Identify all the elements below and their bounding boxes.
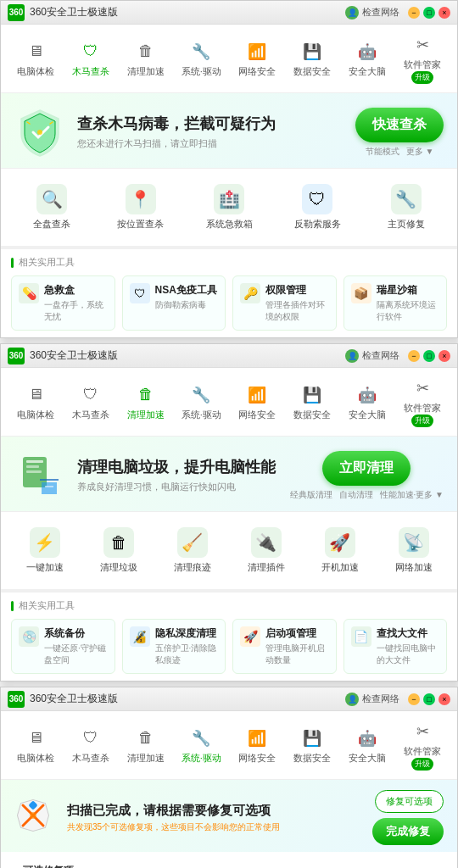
scan-actions: 修复可选项 完成修复	[372, 790, 444, 845]
quick-scan-btn[interactable]: 快速查杀	[355, 108, 444, 142]
nav-clean-3[interactable]: 🗑 清理加速	[119, 723, 174, 768]
hero-section-2: 清理电脑垃圾，提升电脑性能 养成良好清理习惯，电脑运行快如闪电 立即清理 经典版…	[1, 437, 457, 511]
nav-system-1[interactable]: 🔧 系统·驱动	[174, 36, 229, 81]
nav-network-2[interactable]: 📶 网络安全	[229, 380, 284, 425]
quick-startup-boost[interactable]: 🚀 开机加速	[303, 520, 377, 581]
navbar-2: 🖥 电脑体检 🛡 木马查杀 🗑 清理加速 🔧 系统·驱动 📶 网络安全 💾 数据…	[1, 368, 457, 437]
privacy-content: 隐私深度清理 五倍护卫·清除隐私痕迹	[155, 626, 219, 666]
nav-clean-2[interactable]: 🗑 清理加速	[119, 380, 174, 425]
nav-pc-check-1[interactable]: 🖥 电脑体检	[8, 36, 63, 81]
software-icon-2: ✂	[411, 376, 434, 400]
maximize-btn-1[interactable]: □	[423, 7, 435, 19]
network-icon-2: 📶	[245, 383, 269, 407]
close-btn-3[interactable]: ×	[438, 693, 450, 705]
startup-name: 启动项管理	[265, 626, 329, 641]
tool-sandbox[interactable]: 📦 瑞星沙箱 隔离系统环境运行软件	[344, 275, 448, 331]
hero-subtitle-2: 养成良好清理习惯，电脑运行快如闪电	[77, 481, 290, 493]
user-area-1[interactable]: 👤 检查网络	[345, 6, 399, 19]
tool-startup[interactable]: 🚀 启动项管理 管理电脑开机启动数量	[232, 619, 337, 674]
nav-system-3[interactable]: 🔧 系统·驱动	[174, 723, 229, 768]
close-btn-2[interactable]: ×	[438, 350, 450, 362]
quick-homepage[interactable]: 🔧 主页修复	[362, 177, 450, 237]
quick-clean-plugins[interactable]: 🔌 清理插件	[229, 520, 303, 581]
nav-ai-1[interactable]: 🤖 安全大脑	[340, 36, 395, 81]
rescue-kit-icon: 💊	[19, 283, 39, 303]
minimize-btn-1[interactable]: −	[408, 7, 420, 19]
network-boost-icon: 📡	[399, 527, 429, 558]
user-area-2[interactable]: 👤 检查网络	[345, 349, 399, 363]
clean-icon-2: 🗑	[134, 383, 158, 407]
nav-label-pc-3: 电脑体检	[17, 752, 54, 765]
quick-full-scan[interactable]: 🔍 全盘查杀	[8, 177, 96, 237]
startup-boost-label: 开机加速	[321, 561, 359, 574]
nav-ai-2[interactable]: 🤖 安全大脑	[340, 380, 395, 425]
quick-ransomware[interactable]: 🛡 反勒索服务	[273, 177, 361, 237]
clean-traces-label: 清理痕迹	[174, 561, 211, 574]
nav-data-2[interactable]: 💾 数据安全	[284, 380, 339, 425]
window-trojan: 360 360安全卫士极速版 👤 检查网络 − □ × 🖥 电脑体检 🛡 木马查…	[0, 0, 458, 338]
maximize-btn-3[interactable]: □	[423, 693, 435, 705]
permissions-content: 权限管理 管理各插件对环境的权限	[265, 283, 329, 323]
quick-rescue[interactable]: 🏥 系统急救箱	[185, 177, 273, 237]
nav-software-1[interactable]: ✂ 软件管家 升级	[395, 30, 450, 87]
nav-ai-3[interactable]: 🤖 安全大脑	[340, 723, 395, 768]
option-more[interactable]: 更多 ▼	[406, 146, 434, 158]
trojan-icon-1: 🛡	[79, 40, 103, 64]
app-logo-3: 360	[8, 691, 25, 708]
nav-trojan-1[interactable]: 🛡 木马查杀	[63, 36, 118, 81]
nav-pc-check-3[interactable]: 🖥 电脑体检	[8, 723, 63, 768]
nav-data-1[interactable]: 💾 数据安全	[284, 36, 339, 81]
quick-grid-1: 🔍 全盘查杀 📍 按位置查杀 🏥 系统急救箱 🛡 反勒索服务 🔧 主页修复	[1, 168, 457, 246]
tool-nsa[interactable]: 🛡 NSA免疫工具 防御勒索病毒	[122, 275, 226, 331]
tool-permissions[interactable]: 🔑 权限管理 管理各插件对环境的权限	[232, 275, 337, 331]
full-scan-icon: 🔍	[36, 184, 67, 214]
minimize-btn-3[interactable]: −	[408, 693, 420, 705]
option-power-save[interactable]: 节能模式	[366, 146, 399, 158]
close-btn-1[interactable]: ×	[438, 7, 450, 19]
tool-large-file[interactable]: 📄 查找大文件 一键找回电脑中的大文件	[344, 619, 448, 674]
app-logo-1: 360	[8, 4, 25, 21]
sandbox-icon: 📦	[351, 283, 371, 303]
nsa-content: NSA免疫工具 防御勒索病毒	[155, 283, 219, 311]
nav-clean-1[interactable]: 🗑 清理加速	[119, 36, 174, 81]
nav-label-network-2: 网络安全	[238, 409, 276, 421]
nav-pc-check-2[interactable]: 🖥 电脑体检	[8, 380, 63, 425]
nav-label-data-1: 数据安全	[293, 65, 331, 78]
nav-software-3[interactable]: ✂ 软件管家 升级	[395, 716, 450, 774]
quick-clean-traces[interactable]: 🧹 清理痕迹	[155, 520, 229, 581]
nav-network-1[interactable]: 📶 网络安全	[229, 36, 284, 81]
tool-privacy[interactable]: 🔏 隐私深度清理 五倍护卫·清除隐私痕迹	[122, 619, 226, 674]
quick-network-boost[interactable]: 📡 网络加速	[377, 520, 450, 581]
tool-rescue-kit[interactable]: 💊 急救盒 一盘存手，系统无忧	[11, 275, 115, 331]
upgrade-badge-3: 升级	[411, 758, 433, 771]
quick-location-scan[interactable]: 📍 按位置查杀	[96, 177, 184, 237]
startup-icon: 🚀	[240, 626, 260, 647]
nav-system-2[interactable]: 🔧 系统·驱动	[174, 380, 229, 425]
nav-network-3[interactable]: 📶 网络安全	[229, 723, 284, 768]
backup-name: 系统备份	[44, 626, 108, 641]
user-area-3[interactable]: 👤 检查网络	[345, 693, 399, 706]
trojan-icon-3: 🛡	[79, 726, 103, 750]
nav-label-software-3: 软件管家	[404, 745, 441, 758]
nav-label-trojan-2: 木马查杀	[72, 409, 109, 421]
app-title-2: 360安全卫士极速版	[30, 348, 345, 363]
svg-rect-3	[26, 465, 39, 468]
large-file-name: 查找大文件	[377, 626, 440, 641]
option-auto[interactable]: 自动清理	[339, 489, 373, 501]
minimize-btn-2[interactable]: −	[408, 350, 420, 362]
option-classic[interactable]: 经典版清理	[290, 489, 332, 501]
complete-repair-btn[interactable]: 完成修复	[372, 818, 444, 845]
quick-clean-trash[interactable]: 🗑 清理垃圾	[81, 520, 155, 581]
full-scan-label: 全盘查杀	[33, 218, 70, 231]
nav-trojan-2[interactable]: 🛡 木马查杀	[63, 380, 118, 425]
nsa-desc: 防御勒索病毒	[155, 299, 219, 311]
clean-btn[interactable]: 立即清理	[322, 451, 411, 486]
tool-backup[interactable]: 💿 系统备份 一键还原·守护磁盘空间	[11, 619, 115, 674]
maximize-btn-2[interactable]: □	[423, 350, 435, 362]
nav-trojan-3[interactable]: 🛡 木马查杀	[63, 723, 118, 768]
repair-optional-btn[interactable]: 修复可选项	[375, 790, 444, 813]
quick-one-click-boost[interactable]: ⚡ 一键加速	[8, 520, 81, 581]
nav-data-3[interactable]: 💾 数据安全	[284, 723, 339, 768]
nav-software-2[interactable]: ✂ 软件管家 升级	[395, 373, 450, 431]
option-perf[interactable]: 性能加速·更多 ▼	[380, 489, 444, 501]
